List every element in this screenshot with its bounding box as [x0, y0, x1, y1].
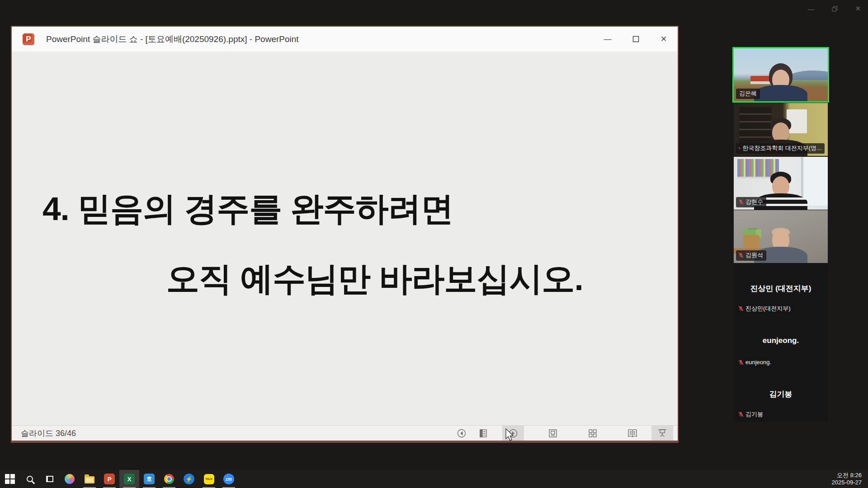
participant-name-badge: 진상민(대전지부) [736, 304, 794, 314]
powerpoint-button[interactable]: P [99, 470, 119, 488]
video-tile-3[interactable]: 강현수 [734, 157, 828, 210]
messenger-app-button[interactable]: ⚡ [179, 470, 199, 488]
reading-view-button[interactable] [622, 426, 643, 441]
messenger-app-icon: ⚡ [184, 474, 194, 484]
clock-date: 2025-09-27 [832, 479, 862, 486]
participant-name-badge: eunjeong. [736, 358, 774, 367]
mouse-cursor [504, 428, 515, 442]
slideshow-button[interactable] [651, 426, 673, 441]
minimize-icon[interactable]: — [805, 3, 817, 14]
participant-name-badge: 김은혜 [736, 89, 760, 99]
window-title: PowerPoint 슬라이드 쇼 - [토요예배(20250926).pptx… [46, 33, 299, 45]
participant-name-badge: 김원석 [736, 250, 766, 261]
windows-start-button[interactable] [0, 470, 20, 488]
muted-mic-icon [738, 199, 744, 205]
video-tile-2[interactable]: 한국창조과학회 대전지부(명... [734, 103, 828, 156]
kakaotalk-icon [204, 474, 214, 484]
audio-tile-3[interactable]: 김기봉 김기봉 [734, 369, 828, 422]
minimize-button[interactable]: — [594, 27, 622, 52]
desktop-window-controls: — ✕ [805, 3, 864, 14]
close-icon[interactable]: ✕ [852, 3, 864, 14]
zoom-app-icon: zm [223, 474, 234, 484]
slide-sorter-button[interactable] [582, 426, 604, 441]
normal-view-button[interactable] [542, 426, 564, 441]
participant-name-badge: 강현수 [736, 197, 766, 207]
copilot-button[interactable] [60, 470, 80, 488]
slide-canvas[interactable]: 4. 믿음의 경주를 완주하려면 오직 예수님만 바라보십시오. [12, 52, 678, 425]
audio-tile-1[interactable]: 진상민 (대전지부) 진상민(대전지부) [734, 263, 828, 316]
zoom-participant-panel: 김은혜 한국창조과학회 대전지부(명... [734, 48, 828, 423]
document-app-button[interactable]: 호 [139, 470, 159, 488]
document-app-icon: 호 [144, 474, 155, 484]
slide-navigator-button[interactable] [472, 426, 494, 441]
clock-time: 오전 8:26 [837, 472, 862, 479]
chrome-button[interactable] [159, 470, 179, 488]
task-view-button[interactable] [40, 470, 60, 488]
chrome-icon [164, 474, 174, 484]
participant-display-name: 진상민 (대전지부) [734, 283, 828, 294]
windows-start-icon [5, 474, 15, 484]
slideshow-statusbar: 슬라이드 36/46 [12, 425, 678, 441]
taskbar: P X 호 ⚡ zm 오전 8:26 2025-09-27 [0, 470, 868, 488]
search-button[interactable] [20, 470, 40, 488]
desktop: — ✕ P PowerPoint 슬라이드 쇼 - [토요예배(20250926… [0, 0, 868, 488]
excel-button[interactable]: X [119, 470, 139, 488]
muted-mic-icon [738, 145, 741, 151]
participant-display-name: eunjeong. [734, 336, 828, 345]
task-view-icon [46, 476, 53, 482]
powerpoint-titlebar[interactable]: P PowerPoint 슬라이드 쇼 - [토요예배(20250926).pp… [12, 27, 678, 52]
powerpoint-icon: P [104, 474, 115, 484]
slide-text-line1: 4. 믿음의 경주를 완주하려면 [42, 187, 453, 232]
slide-counter: 슬라이드 36/46 [21, 428, 76, 439]
audio-tile-2[interactable]: eunjeong. eunjeong. [734, 316, 828, 369]
search-icon [27, 476, 33, 482]
slide-text-line2: 오직 예수님만 바라보십시오. [166, 257, 583, 302]
participant-name-badge: 김기봉 [736, 409, 766, 420]
file-explorer-icon [85, 476, 94, 483]
zoom-app-button[interactable]: zm [219, 470, 239, 488]
muted-mic-icon [738, 360, 744, 365]
restore-icon[interactable] [828, 3, 841, 14]
muted-mic-icon [738, 412, 744, 417]
close-button[interactable]: ✕ [650, 27, 678, 52]
participant-display-name: 김기봉 [734, 389, 828, 399]
powerpoint-window: P PowerPoint 슬라이드 쇼 - [토요예배(20250926).pp… [11, 26, 679, 443]
kakaotalk-button[interactable] [199, 470, 219, 488]
taskbar-clock[interactable]: 오전 8:26 2025-09-27 [832, 470, 868, 488]
copilot-icon [65, 474, 75, 484]
video-tile-1[interactable]: 김은혜 [734, 48, 828, 101]
file-explorer-button[interactable] [80, 470, 99, 488]
maximize-button[interactable] [622, 27, 650, 52]
previous-slide-button[interactable] [451, 426, 472, 441]
participant-name-badge: 한국창조과학회 대전지부(명... [736, 143, 825, 154]
video-tile-4[interactable]: 김원석 [734, 210, 828, 263]
muted-mic-icon [738, 306, 744, 311]
participant-silhouette [754, 66, 808, 101]
muted-mic-icon [738, 253, 744, 258]
excel-icon: X [124, 474, 135, 484]
powerpoint-app-icon: P [23, 33, 34, 45]
